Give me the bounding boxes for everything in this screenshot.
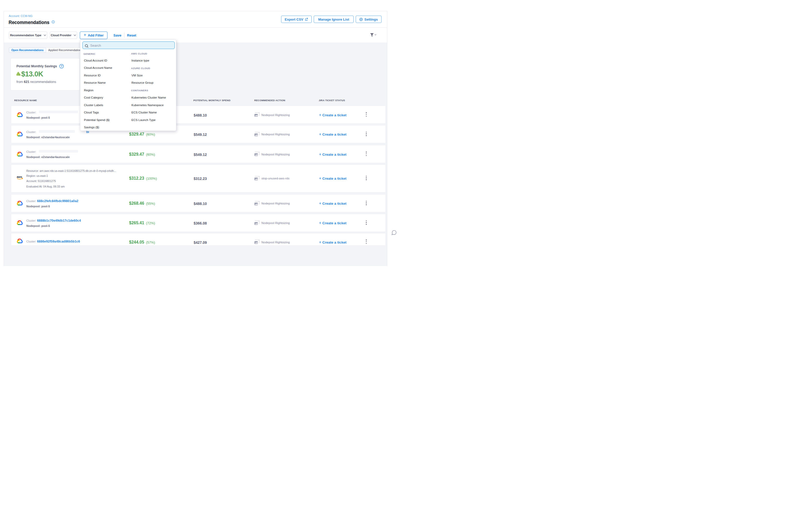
svg-text:aws: aws: [17, 175, 22, 178]
svg-text:?: ?: [61, 65, 62, 68]
